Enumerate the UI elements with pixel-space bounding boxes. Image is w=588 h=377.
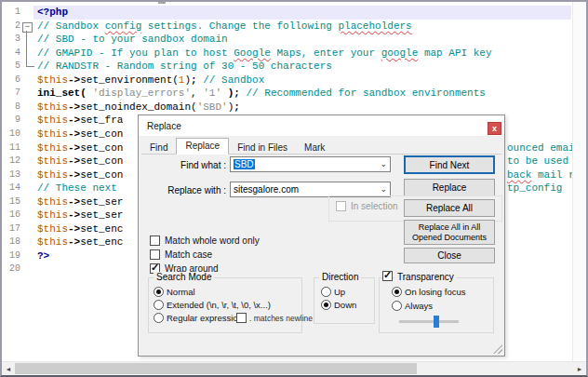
code-line: 5// RANDSTR - Random string of 30 - 50 c…	[2, 60, 571, 74]
fold-guide-line	[26, 31, 27, 66]
tab-mark[interactable]: Mark	[296, 141, 333, 155]
line-number: 20	[2, 263, 20, 276]
direction-down-radio[interactable]	[321, 300, 331, 310]
matches-newline-checkbox[interactable]: ✓	[236, 313, 247, 323]
transparency-checkbox[interactable]: ✓	[382, 271, 393, 281]
tab-replace[interactable]: Replace	[176, 138, 229, 155]
line-number: 13	[2, 168, 20, 182]
find-next-button[interactable]: Find Next	[404, 155, 495, 174]
line-number: 5	[2, 60, 20, 74]
line-number: 2	[2, 20, 20, 34]
replace-button[interactable]: Replace	[404, 179, 495, 196]
direction-up-label: Up	[334, 287, 345, 297]
line-number: 6	[2, 74, 20, 88]
horizontal-scroll-thumb[interactable]	[15, 363, 417, 374]
line-number: 4	[2, 47, 20, 61]
tab-find-in-files[interactable]: Find in Files	[229, 141, 296, 155]
replace-all-opened-button[interactable]: Replace All in All Opened Documents	[404, 220, 495, 245]
direction-up-radio[interactable]	[321, 287, 331, 297]
transparency-on-losing-focus-radio[interactable]	[392, 287, 402, 297]
code-line: 6$this->set_environment(1); // Sandbox	[2, 74, 571, 88]
in-selection-label: In selection	[351, 201, 398, 211]
line-number: 3	[2, 33, 20, 47]
line-number: 10	[2, 128, 20, 141]
top-tick-decoration	[158, 2, 166, 4]
line-number: 14	[2, 182, 20, 195]
code-line: 8$this->set_noindex_domain('SBD');	[2, 101, 571, 114]
dialog-titlebar[interactable]	[139, 115, 504, 136]
line-number: 12	[2, 155, 20, 168]
dialog-title: Replace	[147, 121, 181, 131]
search-mode-normal-label: Normal	[167, 287, 195, 297]
line-number: 17	[2, 222, 20, 236]
close-button[interactable]: x	[488, 122, 501, 135]
search-mode-extended-label: Extended (\n, \r, \t, \0, \x...)	[167, 300, 271, 310]
code-line: 4// GMAPID - If you plan to host Google …	[2, 47, 571, 61]
line-number: 8	[2, 101, 20, 114]
match-case-checkbox[interactable]: ✓	[150, 249, 160, 260]
line-number: 18	[2, 236, 20, 249]
scroll-right-icon[interactable]: ►	[573, 362, 586, 375]
vertical-scrollbar[interactable]	[572, 2, 586, 362]
transparency-slider-thumb[interactable]	[434, 316, 439, 328]
dialog-resize-grip[interactable]	[493, 344, 502, 354]
in-selection-checkbox[interactable]: ✓	[336, 201, 346, 211]
search-mode-regex-radio[interactable]	[154, 313, 164, 323]
line-number: 9	[2, 114, 20, 128]
match-case-label: Match case	[165, 249, 212, 260]
tab-bar: Find Replace Find in Files Mark	[141, 138, 333, 155]
transparency-always-radio[interactable]	[392, 301, 402, 311]
search-mode-normal-radio[interactable]	[154, 287, 164, 297]
code-line: 7ini_set( 'display_errors', '1' ); // Re…	[2, 87, 571, 101]
line-number: 1	[2, 6, 20, 20]
code-line: 1<?php	[2, 6, 571, 20]
line-number: 11	[2, 141, 20, 155]
transparency-label: Transparency	[394, 272, 457, 282]
replace-all-button[interactable]: Replace All	[404, 199, 495, 217]
transparency-always-label: Always	[405, 301, 433, 311]
replace-with-value: sitesgalore.com	[234, 184, 299, 195]
close-icon: x	[492, 125, 497, 133]
horizontal-scrollbar[interactable]: ◄ ►	[2, 361, 586, 375]
transparency-on-losing-focus-label: On losing focus	[405, 287, 465, 297]
search-mode-regex-label: Regular expression	[167, 313, 243, 323]
direction-down-label: Down	[334, 300, 356, 310]
code-line: 2// Sandbox config settings. Change the …	[2, 20, 571, 34]
find-what-value: SBD	[234, 159, 255, 169]
chevron-down-icon[interactable]: ⌄	[380, 182, 387, 196]
matches-newline-label: . matches newline	[249, 314, 313, 323]
fold-collapse-icon[interactable]: −	[22, 22, 33, 33]
fold-guide-end	[26, 66, 34, 67]
direction-title: Direction	[319, 272, 361, 282]
replace-with-label: Replace with :	[148, 185, 226, 195]
line-number: 15	[2, 195, 20, 209]
transparency-slider[interactable]	[399, 320, 459, 323]
replace-dialog: Replace x Find Replace Find in Files Mar…	[138, 114, 505, 357]
match-whole-word-checkbox[interactable]: ✓	[150, 236, 160, 246]
screenshot-frame: 1<?php2// Sandbox config settings. Chang…	[0, 0, 588, 377]
match-whole-word-label: Match whole word only	[165, 236, 260, 246]
tab-find[interactable]: Find	[141, 141, 176, 155]
find-what-label: Find what :	[148, 160, 226, 170]
scroll-left-icon[interactable]: ◄	[2, 362, 15, 375]
find-what-combobox[interactable]: SBD ⌄	[230, 156, 391, 172]
line-number: 19	[2, 249, 20, 263]
line-number: 7	[2, 87, 20, 101]
search-mode-title: Search Mode	[154, 272, 214, 282]
code-line: 3// SBD - to your sandbox domain	[2, 33, 571, 47]
chevron-down-icon[interactable]: ⌄	[380, 157, 387, 171]
search-mode-extended-radio[interactable]	[154, 300, 164, 310]
close-dialog-button[interactable]: Close	[404, 248, 495, 263]
line-number: 16	[2, 209, 20, 222]
